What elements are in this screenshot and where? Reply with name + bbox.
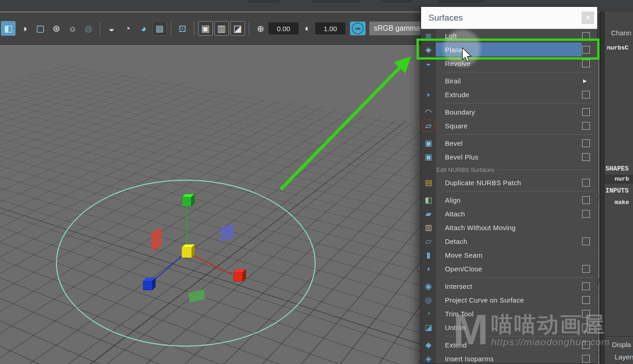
option-box[interactable] xyxy=(582,60,590,67)
contrast-icon[interactable]: ◐ xyxy=(301,23,313,33)
menu-item-insert-isoparms[interactable]: ◈Insert Isoparms xyxy=(421,352,597,364)
inputs-section-label: INPUTS xyxy=(605,187,628,194)
isolate-selected-view-icon[interactable]: ▥ xyxy=(214,21,229,36)
menu-item-bevel-plus[interactable]: ▣Bevel Plus xyxy=(421,150,597,164)
option-box[interactable] xyxy=(582,296,590,304)
menu-divider xyxy=(421,70,597,74)
x-axis-line[interactable] xyxy=(191,254,232,275)
menu-title: Surfaces xyxy=(428,13,463,23)
xz-plane-handle[interactable] xyxy=(188,289,205,303)
menu-item-bevel[interactable]: ▣Bevel xyxy=(421,136,597,150)
menu-item-open-close[interactable]: ◖Open/Close xyxy=(421,262,597,276)
menu-item-label: Extrude xyxy=(445,91,469,99)
menu-title-bar[interactable]: Surfaces × xyxy=(421,7,597,29)
close-button[interactable]: × xyxy=(582,11,594,24)
menu-item-duplicate-nurbs-patch[interactable]: ▤Duplicate NURBS Patch xyxy=(421,176,597,189)
occlusion-icon[interactable]: ◒ xyxy=(104,21,119,36)
shape-node-row[interactable]: nurb xyxy=(605,175,633,184)
object-selection-icon[interactable]: ⊡ xyxy=(175,21,190,36)
revolve-icon: ◒ xyxy=(421,56,436,70)
menu-section-header: Edit NURBS Surfaces xyxy=(421,164,597,176)
option-box[interactable] xyxy=(582,122,590,130)
menu-item-project-curve-on-surface[interactable]: ◎Project Curve on Surface xyxy=(421,293,597,307)
menu-item-detach[interactable]: ▱Detach xyxy=(421,234,597,248)
option-box[interactable] xyxy=(582,282,590,290)
option-box[interactable] xyxy=(582,196,590,204)
loft-icon: ≋ xyxy=(421,29,436,43)
tab-display[interactable]: Displa xyxy=(612,341,633,348)
menu-item-label: Loft xyxy=(445,32,457,40)
menu-item-birail[interactable]: Birail▶ xyxy=(421,74,597,88)
menu-item-move-seam[interactable]: ▮Move Seam xyxy=(421,248,597,262)
option-box[interactable] xyxy=(582,153,590,161)
menu-item-label: Duplicate NURBS Patch xyxy=(445,179,521,187)
lighting-icon[interactable]: ☼ xyxy=(65,21,80,36)
contrast-field[interactable]: 1.00 xyxy=(315,22,345,34)
menu-item-square[interactable]: ▱Square xyxy=(421,119,597,132)
menu-item-trim-tool[interactable]: ◔Trim Tool xyxy=(421,307,597,320)
extend-icon: ◆ xyxy=(421,338,436,352)
motion-blur-icon[interactable]: ◔ xyxy=(120,21,135,36)
option-box[interactable] xyxy=(582,210,590,218)
center-scale-handle[interactable] xyxy=(182,244,195,258)
detach-icon: ▱ xyxy=(421,234,436,248)
zoom-selected-icon[interactable]: ◪ xyxy=(230,21,245,36)
default-material-icon[interactable]: ⊛ xyxy=(49,21,64,36)
z-axis-scale-handle[interactable] xyxy=(143,278,155,290)
option-box[interactable] xyxy=(582,91,590,99)
textured-display-icon[interactable]: ◑ xyxy=(17,21,32,36)
option-box[interactable] xyxy=(582,355,590,363)
anti-alias-icon[interactable]: ◕ xyxy=(136,21,151,36)
shadows-icon[interactable]: ◍ xyxy=(81,21,96,36)
menu-item-planar[interactable]: ◈Planar xyxy=(421,43,597,56)
image-plane-icon[interactable]: ▩ xyxy=(152,21,167,36)
exposure-field[interactable]: 0.00 xyxy=(268,22,299,34)
display-layers-area: Displa Layers xyxy=(605,336,633,364)
x-axis-scale-handle[interactable] xyxy=(233,269,246,281)
close-icon: × xyxy=(586,14,590,22)
yz-plane-handle[interactable] xyxy=(151,227,161,251)
menu-item-boundary[interactable]: ◠Boundary xyxy=(421,105,597,119)
menu-item-extrude[interactable]: ◗Extrude xyxy=(421,88,597,101)
option-box[interactable] xyxy=(582,265,590,273)
option-box[interactable] xyxy=(582,32,590,40)
open-close-icon: ◖ xyxy=(421,262,436,276)
option-box[interactable] xyxy=(582,46,590,54)
menu-item-loft[interactable]: ≋Loft xyxy=(421,29,597,43)
menu-divider xyxy=(421,132,597,136)
menu-item-label: Attach xyxy=(445,210,465,218)
menu-item-revolve[interactable]: ◒Revolve xyxy=(421,56,597,70)
menu-item-attach-without-moving[interactable]: ▥Attach Without Moving xyxy=(421,221,597,234)
menu-item-align[interactable]: ◧Align xyxy=(421,193,597,207)
menu-item-extend[interactable]: ◆Extend xyxy=(421,338,597,352)
submenu-arrow-icon: ▶ xyxy=(583,78,587,84)
y-axis-scale-handle[interactable] xyxy=(182,194,194,206)
option-box[interactable] xyxy=(582,310,590,318)
channel-box-node-name[interactable]: nurbsC xyxy=(607,44,628,51)
xy-plane-handle[interactable] xyxy=(221,224,233,242)
isolate-select-icon[interactable]: ▣ xyxy=(198,21,213,36)
menu-divider xyxy=(421,276,597,279)
input-node-row[interactable]: make xyxy=(605,198,633,207)
menu-item-attach[interactable]: ▰Attach xyxy=(421,207,597,221)
option-box[interactable] xyxy=(582,179,590,187)
option-box[interactable] xyxy=(582,341,590,349)
exposure-icon[interactable]: ⊕ xyxy=(255,23,267,34)
option-box[interactable] xyxy=(582,108,590,116)
toolbar-separator xyxy=(171,22,172,35)
shelf-tab-remnant xyxy=(248,0,280,3)
insert-isoparms-icon: ◈ xyxy=(421,352,436,364)
menu-item-intersect[interactable]: ◉Intersect xyxy=(421,279,597,293)
z-axis-line[interactable] xyxy=(152,255,183,282)
shaded-display-icon[interactable]: ◧ xyxy=(1,21,16,36)
option-box[interactable] xyxy=(582,324,590,331)
menu-item-untrim[interactable]: ◪Untrim xyxy=(421,320,597,334)
menu-item-label: Boundary xyxy=(445,108,475,116)
tab-layers[interactable]: Layers xyxy=(615,353,633,361)
option-box[interactable] xyxy=(582,237,590,245)
wireframe-cube-icon[interactable]: ▢ xyxy=(33,21,48,36)
color-management-toggle[interactable]: ON xyxy=(350,22,366,35)
maya-window: ◧◑▢⊛☼◍◒◔◕▩⊡▣▥◪ ⊕ 0.00 ◐ 1.00 ON sRGB gam… xyxy=(0,0,633,364)
option-box[interactable] xyxy=(582,139,590,147)
shapes-section-label: SHAPES xyxy=(605,165,628,172)
